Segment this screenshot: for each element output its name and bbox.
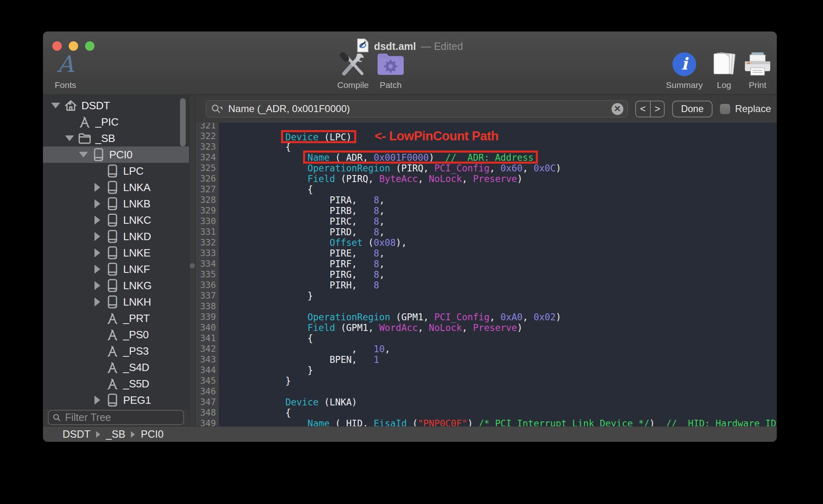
code-line: OperationRegion (PIRQ, PCI_Config, 0x60,… xyxy=(241,163,777,173)
search-icon xyxy=(53,413,61,422)
line-number: 326 xyxy=(196,173,216,184)
method-icon xyxy=(104,312,121,325)
tree-item-label: _PRT xyxy=(123,312,150,325)
code-line: PIRE, 8, xyxy=(241,248,777,259)
breadcrumb-item[interactable]: DSDT xyxy=(63,428,90,440)
divider-handle[interactable] xyxy=(190,263,195,268)
sidebar-item-_sb[interactable]: _SB xyxy=(43,130,189,146)
tree-item-label: LNKG xyxy=(123,279,152,292)
code-line: Name (_HID, EisaId ("PNP0C0F") /* PCI In… xyxy=(241,418,777,426)
code-line: } xyxy=(241,365,777,376)
sidebar-item-_pic[interactable]: _PIC xyxy=(43,114,189,130)
clear-search-button[interactable]: ✕ xyxy=(612,103,623,115)
search-menu-icon[interactable] xyxy=(211,104,223,114)
line-number: 347 xyxy=(196,397,216,407)
find-previous-button[interactable]: < xyxy=(636,101,650,117)
disclosure-triangle[interactable] xyxy=(90,199,104,208)
replace-checkbox[interactable] xyxy=(720,104,730,114)
sidebar-item-_s5d[interactable]: _S5D xyxy=(43,376,189,392)
device-icon xyxy=(104,393,121,407)
disclosure-triangle[interactable] xyxy=(90,281,104,290)
code-editor[interactable]: 3213223233243253263273283293303313323333… xyxy=(196,123,777,426)
line-number: 340 xyxy=(196,322,216,333)
line-number: 324 xyxy=(196,152,216,163)
disclosure-triangle[interactable] xyxy=(90,183,104,192)
method-icon xyxy=(76,115,93,128)
line-number: 333 xyxy=(196,248,216,259)
code-line: PIRA, 8, xyxy=(241,195,777,205)
find-next-button[interactable]: > xyxy=(650,101,664,117)
disclosure-triangle[interactable] xyxy=(76,152,90,158)
code-line: Offset (0x08), xyxy=(241,237,777,248)
sidebar-item-lnkd[interactable]: LNKD xyxy=(43,228,189,245)
line-number: 348 xyxy=(196,407,216,418)
line-number: 343 xyxy=(196,354,216,365)
tree-item-label: LNKE xyxy=(123,247,151,259)
sidebar-item-lnkh[interactable]: LNKH xyxy=(43,294,189,310)
line-number: 329 xyxy=(196,205,216,216)
window-chrome: dsdt.aml — Edited A Fonts Compile xyxy=(43,32,777,95)
sidebar-item-lnkc[interactable]: LNKC xyxy=(43,212,189,228)
tree-item-label: _PIC xyxy=(95,116,119,128)
pane-divider[interactable] xyxy=(189,95,196,426)
done-button[interactable]: Done xyxy=(672,101,713,117)
code-line: Field (GPM1, WordAcc, NoLock, Preserve) xyxy=(241,322,777,333)
namespace-tree: DSDT_PIC_SBPCI0LPCLNKALNKBLNKCLNKDLNKELN… xyxy=(43,95,189,408)
tree-item-label: LPC xyxy=(123,165,144,178)
breadcrumb-item[interactable]: PCI0 xyxy=(141,428,164,440)
search-field[interactable]: ✕ xyxy=(206,100,628,117)
method-icon xyxy=(104,377,121,390)
sidebar-item-lnke[interactable]: LNKE xyxy=(43,245,189,261)
search-input[interactable] xyxy=(227,103,607,115)
disclosure-triangle[interactable] xyxy=(90,232,104,241)
sidebar-item-_ps0[interactable]: _PS0 xyxy=(43,326,189,343)
code-line: Device (LPC)<- LowPinCount Path xyxy=(241,131,777,142)
sidebar-item-pci0[interactable]: PCI0 xyxy=(43,146,189,163)
red-highlight-box: Device (LPC) xyxy=(286,132,352,142)
editor-pane: ✕ < > Done Replace 321322323324325326327… xyxy=(196,95,777,426)
filter-tree-field[interactable] xyxy=(48,410,184,425)
code-line: Name (_ADR, 0x001F0000) // _ADR: Address xyxy=(241,152,777,163)
sidebar-item-peg1[interactable]: PEG1 xyxy=(43,392,189,408)
sidebar-item-lnkg[interactable]: LNKG xyxy=(43,277,189,294)
breadcrumb-item[interactable]: _SB xyxy=(106,428,125,440)
sidebar-item-lpc[interactable]: LPC xyxy=(43,163,189,179)
maciasl-window: dsdt.aml — Edited A Fonts Compile xyxy=(43,32,777,442)
disclosure-triangle[interactable] xyxy=(90,297,104,306)
print-button[interactable]: Print xyxy=(731,50,777,90)
tree-item-label: _PS3 xyxy=(123,345,148,358)
code-surface[interactable]: Device (LPC)<- LowPinCount Path { Name (… xyxy=(219,123,777,426)
disclosure-triangle[interactable] xyxy=(90,396,104,405)
disclosure-triangle[interactable] xyxy=(90,248,104,257)
line-number: 328 xyxy=(196,195,216,205)
sidebar-item-lnkb[interactable]: LNKB xyxy=(43,196,189,212)
line-number: 339 xyxy=(196,312,216,322)
edited-badge: — Edited xyxy=(421,40,463,52)
patch-folder-icon xyxy=(376,50,405,79)
info-icon: i xyxy=(672,50,697,79)
printer-icon xyxy=(744,50,771,79)
sidebar-item-_ps3[interactable]: _PS3 xyxy=(43,343,189,359)
sidebar-item-_s4d[interactable]: _S4D xyxy=(43,359,189,376)
line-number: 336 xyxy=(196,280,216,290)
sidebar-scrollbar[interactable] xyxy=(180,98,186,146)
line-number: 337 xyxy=(196,290,216,301)
disclosure-triangle[interactable] xyxy=(90,265,104,274)
line-number-gutter: 3213223233243253263273283293303313323333… xyxy=(196,123,219,426)
sidebar-item-lnka[interactable]: LNKA xyxy=(43,179,189,196)
code-line: Field (PIRQ, ByteAcc, NoLock, Preserve) xyxy=(241,173,777,184)
code-line: , 10, xyxy=(241,344,777,354)
sidebar-item-_prt[interactable]: _PRT xyxy=(43,310,189,326)
sidebar-item-dsdt[interactable]: DSDT xyxy=(43,97,189,114)
sidebar: DSDT_PIC_SBPCI0LPCLNKALNKBLNKCLNKDLNKELN… xyxy=(43,95,189,426)
disclosure-triangle[interactable] xyxy=(90,216,104,225)
desktop: { "window": { "title_file": "dsdt.aml", … xyxy=(0,0,823,504)
fonts-button[interactable]: A Fonts xyxy=(43,50,92,90)
disclosure-triangle[interactable] xyxy=(49,103,63,108)
code-line: { xyxy=(241,142,777,152)
sidebar-item-lnkf[interactable]: LNKF xyxy=(43,261,189,277)
code-line: Device (LNKA) xyxy=(241,397,777,407)
disclosure-triangle[interactable] xyxy=(63,135,76,141)
patch-button[interactable]: Patch xyxy=(364,50,417,90)
filter-tree-input[interactable] xyxy=(64,411,179,424)
